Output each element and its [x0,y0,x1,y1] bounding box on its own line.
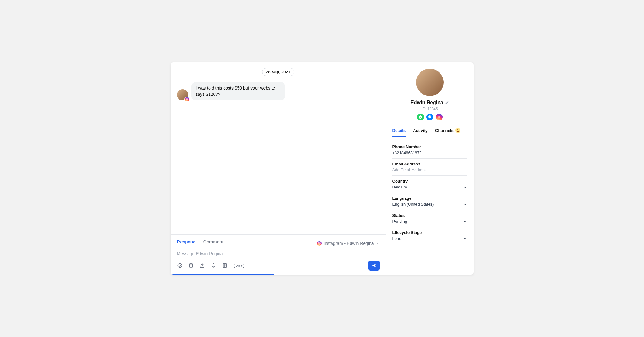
instagram-icon[interactable] [436,114,443,120]
svg-point-1 [186,99,187,100]
svg-point-5 [179,265,179,266]
svg-point-6 [180,265,181,266]
emoji-icon[interactable] [177,263,183,268]
channel-label: Instagram - Edwin Regina [323,241,374,246]
side-tabs: Details Activity Channels 1 [386,125,474,137]
field-email: Email Address Add Email Address [392,159,467,176]
contact-panel: Edwin Regina ID: 12345 Details [386,62,474,275]
composer: Respond Comment Instagram - Edwin Regina [171,234,386,275]
chat-scroll[interactable]: 28 Sep, 2021 I was told this costs $50 b… [171,62,386,234]
message-bubble[interactable]: I was told this costs $50 but your websi… [191,82,285,100]
composer-toolbar: {var} [177,263,245,268]
notes-icon[interactable] [222,263,228,268]
field-phone: Phone Number +321846631872 [392,141,467,159]
upload-icon[interactable] [199,263,205,268]
chevron-down-icon [463,237,467,241]
svg-rect-2 [318,242,320,244]
chevron-down-icon [463,185,467,189]
composer-tabs: Respond Comment [177,239,224,247]
contact-name: Edwin Regina [410,100,443,105]
field-language: Language English (United States) [392,193,467,210]
send-icon [371,263,376,268]
tab-channels[interactable]: Channels 1 [435,125,460,137]
field-status: Status Pending [392,210,467,227]
tab-activity[interactable]: Activity [413,125,428,137]
pencil-icon[interactable] [445,101,449,105]
svg-point-4 [178,263,182,268]
message-row: I was told this costs $50 but your websi… [177,82,380,100]
date-separator: 28 Sep, 2021 [262,68,294,76]
tab-respond[interactable]: Respond [177,239,196,247]
chevron-down-icon [463,202,467,207]
whatsapp-icon[interactable] [417,114,424,120]
svg-rect-9 [213,263,214,266]
svg-rect-0 [186,98,188,100]
svg-point-3 [319,243,320,244]
tab-details[interactable]: Details [392,125,406,137]
tab-comment[interactable]: Comment [203,239,224,247]
messenger-icon[interactable] [426,114,433,120]
contact-id: ID: 12345 [421,107,438,111]
variable-icon[interactable]: {var} [233,263,245,268]
svg-point-12 [439,117,440,118]
customer-support-app: 28 Sep, 2021 I was told this costs $50 b… [171,62,474,275]
message-input[interactable] [177,249,380,258]
channels-badge: 1 [455,128,460,133]
contact-channels [417,114,443,120]
field-lifecycle: Lifecycle Stage Lead [392,227,467,244]
avatar[interactable] [416,69,444,96]
clipboard-icon[interactable] [188,263,194,268]
send-button[interactable] [368,261,380,271]
svg-point-13 [440,116,440,117]
tab-channels-label: Channels [435,128,454,133]
details-section: Phone Number +321846631872 Email Address… [386,137,474,249]
channel-selector[interactable]: Instagram - Edwin Regina [317,241,379,246]
instagram-icon [184,97,189,102]
instagram-icon [317,241,322,246]
progress-bar [171,274,274,275]
chevron-down-icon [463,219,467,224]
field-country: Country Belgium [392,176,467,193]
microphone-icon[interactable] [211,263,216,268]
chevron-down-icon [376,242,380,245]
profile-header: Edwin Regina ID: 12345 [386,69,474,125]
chat-panel: 28 Sep, 2021 I was told this costs $50 b… [171,62,386,275]
message-avatar[interactable] [177,89,188,100]
